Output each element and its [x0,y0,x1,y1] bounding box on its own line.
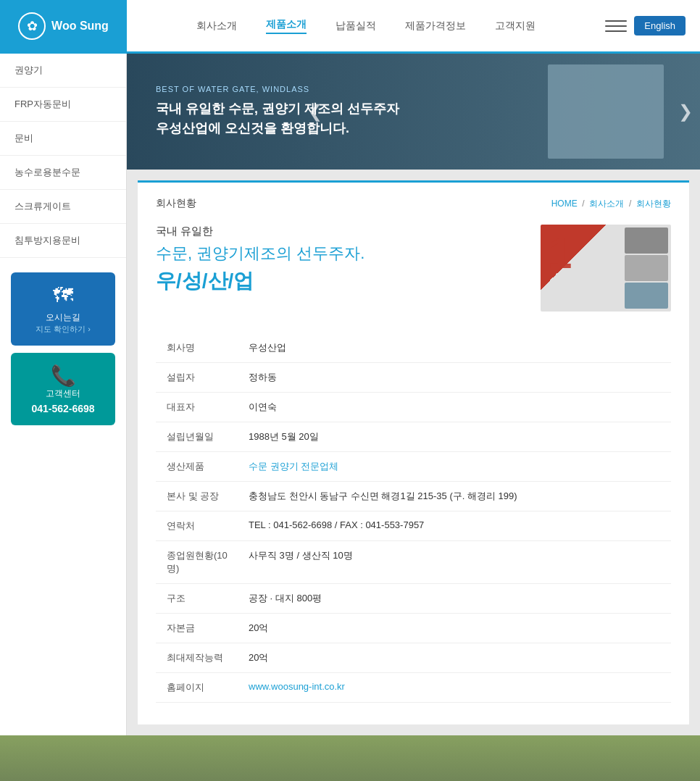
intro-main-title: 수문, 권양기제조의 선두주자. [156,243,526,264]
nav-products[interactable]: 제품소개 [266,18,307,34]
table-row: 대표자 이연숙 [156,393,671,422]
table-row: 생산제품 수문 권양기 전문업체 [156,452,671,482]
table-value: 20억 [243,643,671,673]
cs-number: 041-562-6698 [18,403,108,414]
table-label: 회사명 [156,333,243,363]
table-row: 설립년월일 1988년 5월 20일 [156,422,671,452]
table-label: 생산제품 [156,452,243,482]
table-value: 수문 권양기 전문업체 [243,452,671,482]
table-label: 자본금 [156,614,243,643]
number-one-decoration: 1 [548,228,572,278]
table-label: 설립자 [156,363,243,393]
table-row: 종업원현황(10명) 사무직 3명 / 생산직 10명 [156,541,671,584]
nav-company[interactable]: 회사소개 [196,20,237,33]
table-row: 구조 공장 · 대지 800평 [156,584,671,614]
logo-text: Woo Sung [51,20,109,33]
intro-text: 국내 유일한 수문, 권양기제조의 선두주자. 우/성/산/업 [156,225,526,312]
hero-images [548,54,700,170]
breadcrumb: HOME / 회사소개 / 회사현황 [551,198,671,210]
table-value: 충청남도 천안시 동남구 수신면 해경1길 215-35 (구. 해경리 199… [243,482,671,511]
intro-photo-1 [625,227,668,254]
table-value: 이연숙 [243,393,671,422]
info-table: 회사명 우성산업 설립자 정하동 대표자 이연숙 설립년월일 [156,333,671,703]
nav-support[interactable]: 고객지원 [495,20,536,33]
logo-icon: ✿ [18,12,46,40]
map-label: 오시는길 [18,312,108,324]
intro-photos [622,225,671,312]
content-header: 회사현황 HOME / 회사소개 / 회사현황 [156,197,671,210]
hero-text: BEST OF WATER GATE, WINDLASS 국내 유일한 수문, … [156,85,399,138]
table-value: 1988년 5월 20일 [243,422,671,452]
table-value: 사무직 3명 / 생산직 10명 [243,541,671,584]
table-value: 20억 [243,614,671,643]
sidebar-item-kwonyanggi[interactable]: 권양기 [0,54,126,88]
table-row: 본사 및 공장 충청남도 천안시 동남구 수신면 해경1길 215-35 (구.… [156,482,671,511]
hamburger-button[interactable] [605,15,627,37]
header-right: English [605,15,700,37]
table-row: 연락처 TEL : 041-562-6698 / FAX : 041-553-7… [156,511,671,541]
table-label: 대표자 [156,393,243,422]
table-value: TEL : 041-562-6698 / FAX : 041-553-7957 [243,511,671,541]
table-label: 종업원현황(10명) [156,541,243,584]
sidebar-item-munbi[interactable]: 문비 [0,122,126,156]
table-row: 홈페이지 www.woosung-int.co.kr [156,673,671,703]
main-content: BEST OF WATER GATE, WINDLASS 국내 유일한 수문, … [127,54,700,735]
table-label: 최대제작능력 [156,643,243,673]
hero-banner: BEST OF WATER GATE, WINDLASS 국내 유일한 수문, … [127,54,700,170]
building-section: 우성산업 수문 권양기 전문제조 [0,735,700,781]
english-button[interactable]: English [634,16,686,36]
nav-price[interactable]: 제품가격정보 [405,20,466,33]
intro-subtitle: 국내 유일한 [156,225,526,238]
building-background [0,735,700,781]
table-value: 우성산업 [243,333,671,363]
content-panel: 회사현황 HOME / 회사소개 / 회사현황 국내 유일한 수문, 권양기제조… [138,180,689,724]
sidebar-item-protection[interactable]: 침투방지용문비 [0,224,126,258]
hero-subtitle: BEST OF WATER GATE, WINDLASS [156,85,399,93]
intro-company-name: 우/성/산/업 [156,267,526,295]
intro-photo-2 [625,255,668,281]
sidebar: 권양기 FRP자동문비 문비 농수로용분수문 스크류게이트 침투방지용문비 🗺 … [0,54,127,735]
table-value: 정하동 [243,363,671,393]
phone-icon: 📞 [18,364,108,388]
table-label: 연락처 [156,511,243,541]
cs-title: 고객센터 [18,388,108,400]
table-value: 공장 · 대지 800평 [243,584,671,614]
nav-delivery[interactable]: 납품실적 [336,20,376,33]
customer-service-button[interactable]: 📞 고객센터 041-562-6698 [11,353,115,425]
map-link: 지도 확인하기 › [18,324,108,335]
table-row: 최대제작능력 20억 [156,643,671,673]
table-label: 본사 및 공장 [156,482,243,511]
table-label: 구조 [156,584,243,614]
sidebar-item-frp[interactable]: FRP자동문비 [0,88,126,122]
sidebar-item-screw[interactable]: 스크류게이트 [0,190,126,224]
map-icon: 🗺 [18,283,108,307]
map-button[interactable]: 🗺 오시는길 지도 확인하기 › [11,272,115,346]
sidebar-item-agricultural[interactable]: 농수로용분수문 [0,156,126,190]
intro-photo-3 [625,283,668,309]
logo-area: ✿ Woo Sung [0,0,127,53]
page-wrapper: 권양기 FRP자동문비 문비 농수로용분수문 스크류게이트 침투방지용문비 🗺 … [0,54,700,735]
hero-image [548,64,664,159]
sidebar-menu: 권양기 FRP자동문비 문비 농수로용분수문 스크류게이트 침투방지용문비 [0,54,126,258]
table-value: www.woosung-int.co.kr [243,673,671,703]
table-row: 자본금 20억 [156,614,671,643]
table-row: 회사명 우성산업 [156,333,671,363]
table-label: 설립년월일 [156,422,243,452]
header: ✿ Woo Sung 회사소개 제품소개 납품실적 제품가격정보 고객지원 En… [0,0,700,54]
hero-title: 국내 유일한 수문, 권양기 제조의 선두주자 우성산업에 오신것을 환영합니다… [156,99,399,138]
table-label: 홈페이지 [156,673,243,703]
company-intro: 국내 유일한 수문, 권양기제조의 선두주자. 우/성/산/업 1 [156,225,671,312]
main-nav: 회사소개 제품소개 납품실적 제품가격정보 고객지원 [127,18,605,34]
hero-next-button[interactable]: ❯ [678,101,693,122]
section-title: 회사현황 [156,197,196,210]
table-row: 설립자 정하동 [156,363,671,393]
content-area: 회사현황 HOME / 회사소개 / 회사현황 국내 유일한 수문, 권양기제조… [127,170,700,735]
intro-image: 1 [541,225,671,312]
